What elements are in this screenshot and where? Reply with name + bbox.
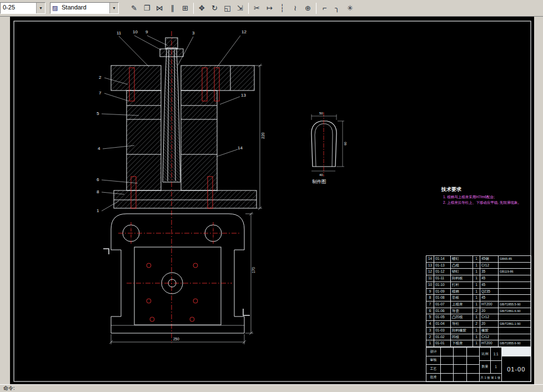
bom-code: 01-11 [434, 275, 451, 282]
bom-mat: Q235 [480, 289, 499, 295]
join-button[interactable]: ⊕ [301, 2, 314, 14]
titleblock-cell [441, 374, 454, 382]
erase-button[interactable]: ✎ [128, 2, 140, 14]
status-bar: 命令: [0, 384, 543, 392]
plan-view [103, 214, 250, 333]
bom-code: 01-14 [434, 256, 451, 262]
extend-button[interactable]: ↦ [263, 2, 276, 14]
copy-button[interactable]: ❐ [140, 2, 153, 14]
part-detail-view: 50 60 40 制件图 [311, 112, 347, 184]
toolbar: 0-25 ▼ ▨ Standard ▼ ✎ ❐ ⋈ ∥ ⊞ ✥ ↻ ◱ ⇲ ✂ … [0, 0, 543, 17]
break-button[interactable]: ≀ [289, 2, 301, 14]
break-icon: ≀ [294, 4, 296, 12]
mirror-button[interactable]: ⋈ [153, 2, 166, 14]
fillet-icon: ╮ [335, 4, 340, 12]
chevron-down-icon[interactable]: ▼ [36, 3, 45, 13]
scale-value: 1:1 [491, 348, 501, 360]
bom-name: 打杆 [451, 282, 473, 288]
stretch-icon: ⇲ [237, 4, 243, 12]
scale-button[interactable]: ◱ [221, 2, 234, 14]
explode-button[interactable]: ✳ [344, 2, 356, 14]
bom-name: 卸料橡胶 [451, 328, 473, 334]
bom-mat: 45 [480, 282, 499, 288]
fillet-button[interactable]: ╮ [331, 2, 344, 14]
table-row: 14 01-14 螺钉 1 45钢 GB65-85 [426, 256, 531, 262]
bom-qty: 1 [473, 289, 480, 295]
table-row: 9 01-09 模柄 1 Q235 [426, 288, 531, 295]
command-prompt[interactable]: 命令: [0, 385, 15, 392]
trim-icon: ✂ [254, 4, 260, 12]
drawing-canvas[interactable]: 11 10 9 3 12 2 7 5 4 6 8 1 13 14 [10, 17, 534, 384]
bom-note [499, 334, 531, 340]
bom-qty: 1 [473, 263, 480, 269]
title-block-scale: 比例 1:1 数量 1 共 1 张 第 1 张 [479, 348, 501, 381]
bom-note [499, 289, 531, 295]
bom-note [499, 263, 531, 269]
trim-button[interactable]: ✂ [250, 2, 263, 14]
bom-code: 01-08 [434, 295, 451, 301]
array-button[interactable]: ⊞ [179, 2, 192, 14]
bom-note: GB/T2861.6-90 [499, 308, 531, 314]
balloon-label: 1 [97, 208, 99, 213]
bom-seq: 2 [426, 334, 434, 340]
bom-name: 模柄 [451, 289, 473, 295]
dim-text: 170 [252, 267, 255, 273]
table-row: 8 01-08 垫板 1 45 [426, 294, 531, 301]
bom-mat: 45 [480, 295, 499, 301]
table-row: 7 01-07 上模座 1 HT200 GB/T2855.5-90 [426, 301, 531, 308]
bom-code: 01-12 [434, 269, 451, 275]
bom-note [499, 328, 531, 334]
bom-mat: Cr12 [480, 334, 499, 340]
bom-note: GB119-86 [499, 269, 531, 275]
move-button[interactable]: ✥ [195, 2, 208, 14]
bom-name: 上模座 [451, 301, 473, 308]
toolbar-separator [248, 3, 249, 14]
bom-name: 销钉 [451, 269, 473, 275]
part-detail-label: 制件图 [312, 179, 326, 184]
titleblock-cell [454, 374, 466, 382]
bom-mat: 20 [480, 321, 499, 327]
balloon-label: 4 [98, 146, 100, 151]
scale-icon: ◱ [224, 4, 230, 12]
bom-seq: 8 [426, 295, 434, 301]
balloon-label: 11 [117, 31, 122, 36]
bom-mat: 橡胶 [480, 328, 499, 334]
rotate-button[interactable]: ↻ [208, 2, 221, 14]
chamfer-button[interactable]: ⌐ [318, 2, 331, 14]
bom-note [499, 295, 531, 301]
style-combo[interactable]: ▨ Standard ▼ [50, 2, 119, 14]
table-row: 10 01-10 打杆 1 45 [426, 282, 531, 288]
bom-seq: 1 [426, 340, 434, 346]
toolbar-separator [316, 3, 316, 14]
bom-qty: 1 [473, 301, 480, 308]
bom-note: GB/T2861.1-90 [499, 321, 531, 327]
offset-button[interactable]: ∥ [166, 2, 179, 14]
balloon-label: 7 [99, 91, 102, 96]
bom-seq: 14 [426, 256, 434, 262]
break-at-point-button[interactable]: ┆ [276, 2, 289, 14]
table-row: 5 01-05 凸凹模 1 Cr12 [426, 314, 531, 320]
layer-combo-value: 0-25 [1, 3, 36, 13]
bom-qty: 1 [473, 269, 480, 275]
modify-toolbar: ✎ ❐ ⋈ ∥ ⊞ ✥ ↻ ◱ ⇲ ✂ ↦ ┆ ≀ ⊕ ⌐ ╮ ✳ [128, 2, 356, 14]
bom-qty: 1 [473, 282, 480, 288]
qty-label: 数量 [480, 361, 491, 374]
assembly-dimension: 220 [254, 64, 265, 210]
cad-application-window: 0-25 ▼ ▨ Standard ▼ ✎ ❐ ⋈ ∥ ⊞ ✥ ↻ ◱ ⇲ ✂ … [0, 0, 543, 392]
titleblock-cell [467, 356, 479, 365]
table-row: 11 01-11 卸料板 1 45 [426, 275, 531, 282]
bom-name: 凸模 [451, 263, 473, 269]
titleblock-cell [467, 365, 479, 373]
layer-combo[interactable]: 0-25 ▼ [0, 2, 46, 14]
bom-seq: 5 [426, 314, 434, 320]
dim-text: 220 [261, 132, 265, 139]
bom-qty: 1 [473, 334, 480, 340]
rotate-icon: ↻ [212, 4, 218, 12]
chevron-down-icon[interactable]: ▼ [109, 3, 118, 13]
titleblock-label: 批准 [426, 374, 441, 382]
bom-name: 凹模 [451, 334, 473, 340]
explode-icon: ✳ [347, 4, 353, 12]
stretch-button[interactable]: ⇲ [234, 2, 247, 14]
bom-seq: 4 [426, 321, 434, 327]
titleblock-cell [454, 356, 466, 365]
